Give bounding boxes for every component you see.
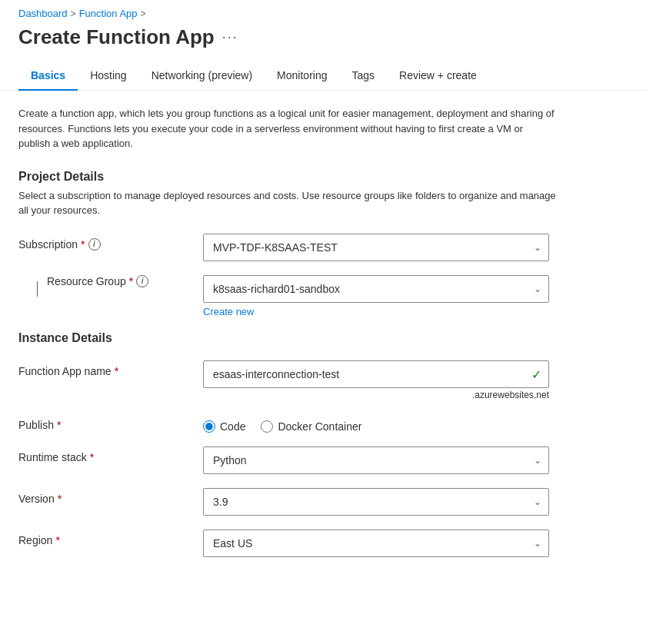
publish-label: Publish * xyxy=(18,414,203,431)
tab-review-create[interactable]: Review + create xyxy=(387,61,489,91)
resource-group-info-icon[interactable]: i xyxy=(136,275,148,287)
runtime-stack-group: Runtime stack * Python Node.js .NET Java… xyxy=(18,446,628,474)
subscription-select[interactable]: MVP-TDF-K8SAAS-TEST xyxy=(203,234,549,261)
publish-docker-radio[interactable] xyxy=(261,420,273,433)
tab-basics[interactable]: Basics xyxy=(18,61,78,91)
publish-required: * xyxy=(57,419,61,431)
publish-docker-label: Docker Container xyxy=(278,420,361,433)
function-app-name-label: Function App name * xyxy=(18,360,203,377)
instance-details-section: Instance Details xyxy=(18,331,628,345)
publish-radio-group: Code Docker Container xyxy=(203,414,549,433)
publish-code-option[interactable]: Code xyxy=(203,420,245,433)
breadcrumb-function-app[interactable]: Function App xyxy=(79,8,138,19)
version-control: 3.9 3.8 3.7 ⌄ xyxy=(203,488,549,516)
subscription-select-wrapper: MVP-TDF-K8SAAS-TEST ⌄ xyxy=(203,234,549,261)
subscription-label: Subscription * i xyxy=(18,234,203,251)
page-description: Create a function app, which lets you gr… xyxy=(18,106,557,151)
breadcrumb-sep-1: > xyxy=(71,8,76,19)
region-control: East US East US 2 West US West US 2 ⌄ xyxy=(203,529,549,557)
resource-group-label-text: Resource Group xyxy=(47,275,126,287)
subscription-control: MVP-TDF-K8SAAS-TEST ⌄ xyxy=(203,234,549,261)
publish-docker-option[interactable]: Docker Container xyxy=(261,420,361,433)
function-app-name-control: ✓ .azurewebsites.net xyxy=(203,360,549,400)
more-options-button[interactable]: ··· xyxy=(222,29,238,45)
tab-hosting[interactable]: Hosting xyxy=(78,61,138,91)
version-group: Version * 3.9 3.8 3.7 ⌄ xyxy=(18,488,628,516)
version-label: Version * xyxy=(18,488,203,505)
azurewebsites-suffix: .azurewebsites.net xyxy=(203,390,549,400)
breadcrumb-sep-2: > xyxy=(141,8,146,19)
version-select[interactable]: 3.9 3.8 3.7 xyxy=(203,488,549,516)
tab-bar: Basics Hosting Networking (preview) Moni… xyxy=(0,61,646,91)
tab-monitoring[interactable]: Monitoring xyxy=(265,61,339,91)
resource-group-group: Resource Group * i k8saas-richard01-sand… xyxy=(18,275,628,317)
project-details-subtitle: Select a subscription to manage deployed… xyxy=(18,188,557,218)
breadcrumb: Dashboard > Function App > xyxy=(0,0,646,22)
subscription-info-icon[interactable]: i xyxy=(88,238,101,251)
resource-group-label-indent: Resource Group * i xyxy=(18,275,203,297)
breadcrumb-dashboard[interactable]: Dashboard xyxy=(18,8,68,19)
region-select-wrapper: East US East US 2 West US West US 2 ⌄ xyxy=(203,529,549,557)
runtime-stack-required: * xyxy=(90,451,94,463)
form-content: Create a function app, which lets you gr… xyxy=(0,91,646,586)
function-app-name-input-wrapper: ✓ xyxy=(203,360,549,388)
resource-group-required: * xyxy=(129,275,133,287)
version-label-text: Version xyxy=(18,493,55,505)
page-title: Create Function App xyxy=(18,25,215,49)
function-app-name-label-text: Function App name xyxy=(18,365,112,377)
runtime-stack-select[interactable]: Python Node.js .NET Java PowerShell Core… xyxy=(203,446,549,474)
tab-networking[interactable]: Networking (preview) xyxy=(139,61,265,91)
region-label: Region * xyxy=(18,529,203,546)
create-new-resource-group-link[interactable]: Create new xyxy=(203,306,254,317)
instance-details-title: Instance Details xyxy=(18,331,628,345)
function-app-name-group: Function App name * ✓ .azurewebsites.net xyxy=(18,360,628,400)
resource-group-label: Resource Group * i xyxy=(47,275,148,287)
runtime-stack-select-wrapper: Python Node.js .NET Java PowerShell Core… xyxy=(203,446,549,474)
function-app-name-check-icon: ✓ xyxy=(531,367,541,381)
subscription-label-text: Subscription xyxy=(18,238,78,251)
runtime-stack-label: Runtime stack * xyxy=(18,446,203,463)
region-label-text: Region xyxy=(18,534,52,546)
publish-group: Publish * Code Docker Container xyxy=(18,414,628,433)
version-required: * xyxy=(58,493,62,505)
function-app-name-required: * xyxy=(115,365,118,377)
resource-group-select-wrapper: k8saas-richard01-sandbox ⌄ xyxy=(203,275,549,303)
subscription-required: * xyxy=(81,238,85,251)
subscription-label-col: Subscription * i xyxy=(18,234,203,251)
page-header: Create Function App ··· xyxy=(0,22,646,61)
function-app-name-input[interactable] xyxy=(203,360,549,388)
region-group: Region * East US East US 2 West US West … xyxy=(18,529,628,557)
version-select-wrapper: 3.9 3.8 3.7 ⌄ xyxy=(203,488,549,516)
publish-control: Code Docker Container xyxy=(203,414,549,433)
publish-label-text: Publish xyxy=(18,419,54,431)
project-details-title: Project Details xyxy=(18,170,628,184)
publish-code-radio[interactable] xyxy=(203,420,215,433)
resource-group-label-col: Resource Group * i xyxy=(18,275,203,297)
subscription-group: Subscription * i MVP-TDF-K8SAAS-TEST ⌄ xyxy=(18,234,628,261)
tab-tags[interactable]: Tags xyxy=(339,61,387,91)
resource-group-select[interactable]: k8saas-richard01-sandbox xyxy=(203,275,549,303)
region-required: * xyxy=(55,534,59,546)
runtime-stack-label-text: Runtime stack xyxy=(18,451,87,463)
region-select[interactable]: East US East US 2 West US West US 2 xyxy=(203,529,549,557)
publish-code-label: Code xyxy=(220,420,245,433)
resource-group-control: k8saas-richard01-sandbox ⌄ Create new xyxy=(203,275,549,317)
rg-connector-line xyxy=(37,281,38,297)
runtime-stack-control: Python Node.js .NET Java PowerShell Core… xyxy=(203,446,549,474)
